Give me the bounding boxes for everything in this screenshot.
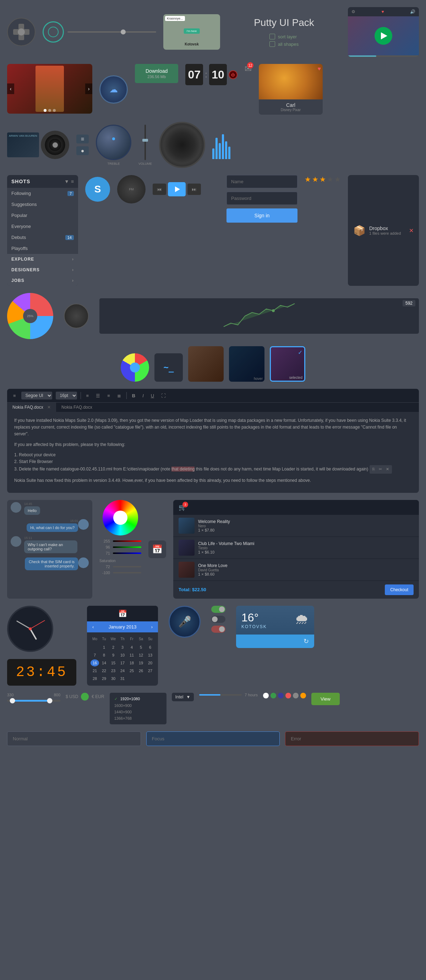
cal-day-28[interactable]: 28 xyxy=(91,675,99,682)
underline-icon[interactable]: U xyxy=(149,392,156,399)
cal-day-19[interactable]: 19 xyxy=(137,659,145,667)
res-option-1600[interactable]: 1600×900 xyxy=(113,702,164,709)
star-3[interactable]: ★ xyxy=(320,175,326,184)
volume-icon[interactable]: 🔊 xyxy=(410,9,415,14)
cal-day-10[interactable]: 10 xyxy=(118,652,127,659)
cal-day-26[interactable]: 26 xyxy=(137,667,145,674)
cal-day-5[interactable]: 5 xyxy=(137,644,145,651)
carl-heart-icon[interactable]: ♥ xyxy=(317,66,321,72)
cal-day-20[interactable]: 20 xyxy=(146,659,154,667)
font-size-select[interactable]: 16pt xyxy=(56,391,77,399)
color-dot-white[interactable] xyxy=(263,693,269,698)
banner-next-button[interactable]: › xyxy=(85,83,92,94)
sidebar-section-designers[interactable]: DESIGNERS › xyxy=(7,264,78,275)
fullscreen-icon[interactable]: ⛶ xyxy=(159,392,168,399)
brightness-slider[interactable] xyxy=(113,572,141,573)
play-button[interactable] xyxy=(168,182,186,196)
sort-layer[interactable]: sort layer xyxy=(269,34,299,40)
align-left-icon[interactable]: ≡ xyxy=(84,392,91,399)
cal-day-3[interactable]: 3 xyxy=(118,644,127,651)
bold-icon[interactable]: B xyxy=(130,392,137,399)
sidebar-item-playoffs[interactable]: Playoffs xyxy=(7,243,78,254)
password-input[interactable] xyxy=(226,192,297,205)
toggle-2[interactable] xyxy=(211,616,226,623)
cal-day-4[interactable]: 4 xyxy=(127,644,136,651)
star-2[interactable]: ★ xyxy=(312,175,318,184)
play-button-large[interactable] xyxy=(375,27,392,45)
slider-thumb[interactable] xyxy=(121,29,126,35)
align-right-icon[interactable]: ≡ xyxy=(105,392,112,399)
sidebar-item-popular[interactable]: Popular xyxy=(7,210,78,221)
sort-shapes[interactable]: all shapes xyxy=(269,41,299,47)
treble-knob[interactable] xyxy=(96,125,131,160)
cal-day-31[interactable]: 31 xyxy=(118,675,127,682)
cal-day-2[interactable]: 2 xyxy=(109,644,118,651)
dot-3[interactable] xyxy=(53,109,56,112)
error-input[interactable] xyxy=(285,732,419,746)
cal-day-9[interactable]: 9 xyxy=(109,652,118,659)
saturation-slider[interactable] xyxy=(113,566,141,567)
editor-tab-1[interactable]: Nokia FAQ.docx ✕ xyxy=(7,402,56,412)
cal-day-14[interactable]: 14 xyxy=(100,659,108,667)
cal-day-29[interactable]: 29 xyxy=(100,675,108,682)
sign-in-button[interactable]: Sign in xyxy=(226,208,297,223)
checkout-button[interactable]: Checkout xyxy=(385,584,413,595)
next-button[interactable]: ⏭ xyxy=(188,184,201,195)
toggle-3[interactable] xyxy=(211,626,226,633)
cal-day-today[interactable]: 16 xyxy=(91,659,99,667)
ctrl-btn-1[interactable]: ≡ xyxy=(76,135,89,143)
fader-track[interactable] xyxy=(145,125,146,160)
sidebar-section-jobs[interactable]: JOBS › xyxy=(7,275,78,286)
blue-slider[interactable] xyxy=(113,552,141,554)
close-menu-btn[interactable]: ✕ xyxy=(385,466,390,473)
sidebar-menu-icon[interactable]: ≡ xyxy=(71,178,74,184)
color-dot-gray[interactable] xyxy=(293,693,299,698)
sidebar-section-explore[interactable]: EXPLORE › xyxy=(7,254,78,264)
cal-day-23[interactable]: 23 xyxy=(109,667,118,674)
cal-day-8[interactable]: 8 xyxy=(100,652,108,659)
cal-day-27[interactable]: 27 xyxy=(146,667,154,674)
sidebar-item-following[interactable]: Following 7 xyxy=(7,188,78,199)
main-slider[interactable] xyxy=(67,31,156,33)
range-track[interactable] xyxy=(7,700,60,702)
dot-1[interactable] xyxy=(44,109,46,112)
range-thumb-left[interactable] xyxy=(10,698,15,703)
toggle-1[interactable] xyxy=(211,606,226,613)
cal-day-18[interactable]: 18 xyxy=(127,659,136,667)
cloud-upload-widget[interactable]: ☁ xyxy=(99,75,128,104)
view-button[interactable]: View xyxy=(312,693,340,705)
download-button[interactable]: Download 236.56 Mb xyxy=(135,64,178,83)
toolbar-menu-icon[interactable]: ≡ xyxy=(11,392,18,399)
dropbox-close-button[interactable]: ✕ xyxy=(409,227,413,234)
currency-toggle-button[interactable] xyxy=(81,693,89,700)
color-wheel[interactable] xyxy=(103,500,138,535)
ctrl-btn-2[interactable]: ● xyxy=(76,146,89,155)
copy-btn[interactable]: ⎘ xyxy=(371,466,376,473)
nav-cross[interactable] xyxy=(7,18,35,46)
flip-power-button[interactable]: ⏻ xyxy=(229,70,237,79)
cal-day-17[interactable]: 17 xyxy=(118,659,127,667)
name-input[interactable] xyxy=(226,175,297,188)
sidebar-filter-icon[interactable]: ▼ xyxy=(64,178,69,184)
weather-refresh-button[interactable]: ↻ xyxy=(304,637,309,645)
cal-day-15[interactable]: 15 xyxy=(109,659,118,667)
cal-day-21[interactable]: 21 xyxy=(91,667,99,674)
media-progress-bar[interactable] xyxy=(348,56,419,57)
cal-day-11[interactable]: 11 xyxy=(127,652,136,659)
cal-day-25[interactable]: 25 xyxy=(127,667,136,674)
cal-day-prev-1[interactable] xyxy=(91,644,99,651)
image-card-3-selected[interactable]: ✓ selected xyxy=(270,346,305,382)
sidebar-item-everyone[interactable]: Everyone xyxy=(7,221,78,232)
fm-dial[interactable]: FM xyxy=(117,175,146,204)
star-5[interactable]: ★ xyxy=(334,175,341,184)
editor-content[interactable]: If you have installed Nokia Maps Suite 2… xyxy=(7,412,419,493)
cut-btn[interactable]: ✂ xyxy=(378,466,383,473)
sidebar-item-suggestions[interactable]: Suggestions xyxy=(7,199,78,210)
res-option-1920[interactable]: ✓ 1920×1080 xyxy=(113,695,164,702)
heart-icon[interactable]: ♥ xyxy=(381,9,384,14)
dot-2[interactable] xyxy=(48,109,51,112)
color-dot-red[interactable] xyxy=(285,693,291,698)
settings-icon[interactable]: ⚙ xyxy=(351,9,355,14)
star-4[interactable]: ★ xyxy=(327,175,333,184)
font-family-select[interactable]: Segoe UI xyxy=(21,391,52,399)
